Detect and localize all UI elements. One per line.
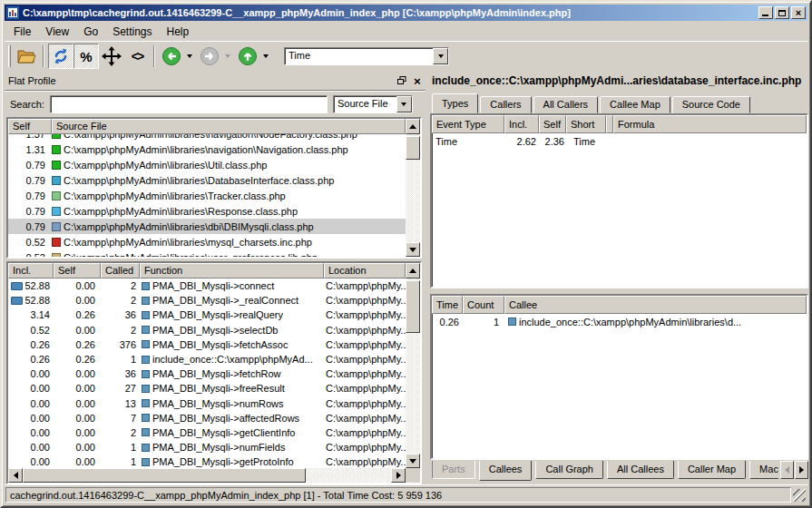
scroll-up-button[interactable] (406, 119, 420, 134)
menu-file[interactable]: File (8, 24, 36, 40)
file-color-icon (52, 191, 61, 200)
group-selector[interactable]: Source File (333, 95, 413, 113)
self-cost-cell: 0.79 (8, 160, 50, 171)
combo-arrow-button[interactable] (433, 48, 448, 64)
self-cell: 0.00 (54, 398, 101, 409)
scroll-right-button[interactable] (391, 468, 406, 483)
column-header-count[interactable]: Count (463, 296, 504, 314)
expand-arrows-button[interactable] (99, 44, 124, 69)
horizontal-scrollbar[interactable] (8, 468, 406, 483)
menu-go[interactable]: Go (78, 24, 103, 40)
column-header-spacer (606, 115, 613, 133)
up-dropdown-icon[interactable] (263, 54, 269, 58)
column-header-short[interactable]: Short (566, 115, 606, 133)
tab-callees[interactable]: Callees (479, 461, 533, 481)
column-header-callee[interactable]: Callee (504, 296, 807, 314)
combo-arrow-button[interactable] (396, 96, 412, 112)
column-header-function[interactable]: Function (140, 263, 324, 278)
column-header-self[interactable]: Self (8, 119, 52, 134)
function-row[interactable]: 0.000.002PMA_DBI_Mysqli->getClientInfoC:… (8, 425, 406, 440)
column-header-self[interactable]: Self (54, 263, 101, 278)
column-header-formula[interactable]: Formula (613, 115, 807, 133)
types-table-header: Event Type Incl. Self Short Formula (432, 115, 807, 133)
back-dropdown-icon[interactable] (187, 54, 192, 58)
column-header-incl[interactable]: Incl. (504, 115, 539, 133)
tab-source-code[interactable]: Source Code (672, 96, 750, 113)
source-file-row[interactable]: 0.79C:\xampp\phpMyAdmin\libraries\dbi\DB… (8, 219, 406, 234)
dock-float-button[interactable] (396, 75, 408, 87)
scroll-down-button[interactable] (406, 242, 420, 257)
source-file-row[interactable]: 1.37C:\xampp\phpMyAdmin\libraries\naviga… (8, 134, 406, 142)
relative-cost-button[interactable]: <> (124, 44, 150, 69)
dock-close-button[interactable]: × (411, 75, 424, 87)
scrollbar-thumb[interactable] (23, 468, 306, 483)
title-bar[interactable]: C:\xampp\tmp\cachegrind.out.1416463299-C… (5, 5, 807, 21)
self-cell: 0.00 (54, 368, 101, 379)
event-type-selector[interactable]: Time (284, 47, 449, 65)
function-row[interactable]: 0.260.261include_once::C:\xampp\phpMyAd.… (8, 352, 406, 366)
tab-types[interactable]: Types (432, 93, 478, 113)
source-file-row[interactable]: 0.79C:\xampp\phpMyAdmin\libraries\Respon… (8, 203, 406, 219)
function-row[interactable]: 0.000.0013PMA_DBI_Mysqli->numRowsC:\xamp… (8, 396, 406, 411)
incl-cell: 0.00 (8, 413, 54, 424)
callee-row[interactable]: 0.26 1 include_once::C:\xampp\phpMyAdmin… (432, 314, 807, 329)
column-header-incl[interactable]: Incl. (8, 263, 54, 278)
tab-call-graph[interactable]: Call Graph (535, 461, 603, 479)
scroll-left-button[interactable] (8, 468, 23, 483)
tab-machine[interactable]: Machine (749, 461, 778, 479)
open-file-button[interactable] (14, 44, 39, 69)
source-file-row[interactable]: 0.52C:\xampp\phpMyAdmin\libraries\mysql_… (8, 234, 406, 249)
column-header-time[interactable]: Time (432, 296, 463, 314)
self-cell: 0.26 (54, 354, 101, 365)
scroll-up-button[interactable] (406, 263, 420, 278)
source-file-row[interactable]: 0.79C:\xampp\phpMyAdmin\libraries\Tracke… (8, 188, 406, 203)
column-header-event-type[interactable]: Event Type (432, 115, 504, 133)
menu-help[interactable]: Help (161, 24, 195, 40)
function-row[interactable]: 0.000.0036PMA_DBI_Mysqli->fetchRowC:\xam… (8, 366, 406, 381)
source-file-row[interactable]: 0.79C:\xampp\phpMyAdmin\libraries\Databa… (8, 172, 406, 188)
close-button[interactable]: × (791, 6, 806, 19)
function-row[interactable]: 52.880.002PMA_DBI_Mysqli->connectC:\xamp… (8, 278, 406, 293)
tab-caller-map[interactable]: Caller Map (678, 461, 746, 479)
maximize-button[interactable] (775, 6, 789, 19)
column-header-self[interactable]: Self (539, 115, 566, 133)
dock-header[interactable]: Flat Profile × (8, 73, 424, 89)
menu-settings[interactable]: Settings (107, 24, 157, 40)
vertical-scrollbar[interactable] (406, 278, 420, 454)
function-row[interactable]: 3.140.2636PMA_DBI_Mysqli->realQueryC:\xa… (8, 308, 406, 322)
source-file-row[interactable]: 0.79C:\xampp\phpMyAdmin\libraries\Util.c… (8, 157, 406, 172)
column-header-location[interactable]: Location (324, 263, 406, 278)
percent-toggle-button[interactable]: % (73, 44, 99, 69)
up-button[interactable] (235, 44, 260, 69)
function-row[interactable]: 0.000.001PMA_DBI_Mysqli->getProtoInfoC:\… (8, 454, 406, 468)
tab-scroll-right-button[interactable] (795, 461, 808, 479)
toolbar-handle[interactable] (8, 45, 11, 67)
menu-view[interactable]: View (40, 24, 74, 40)
back-button[interactable] (159, 44, 184, 69)
source-file-row[interactable]: 0.52C:\xampp\phpMyAdmin\libraries\user_p… (8, 249, 406, 257)
scrollbar-thumb[interactable] (406, 280, 420, 333)
vertical-scrollbar[interactable] (406, 134, 420, 242)
resize-grip[interactable] (793, 489, 806, 502)
search-input[interactable] (50, 95, 328, 113)
function-row[interactable]: 0.000.001PMA_DBI_Mysqli->numFieldsC:\xam… (8, 440, 406, 454)
column-header-called[interactable]: Called (101, 263, 140, 278)
tab-all-callees[interactable]: All Callees (607, 461, 674, 479)
function-row[interactable]: 0.260.26376PMA_DBI_Mysqli->fetchAssocC:\… (8, 337, 406, 352)
tab-all-callers[interactable]: All Callers (533, 96, 599, 113)
event-type-row[interactable]: Time 2.62 2.36 Time (432, 133, 807, 149)
source-file-row[interactable]: 1.31C:\xampp\phpMyAdmin\libraries\naviga… (8, 142, 406, 157)
scrollbar-thumb[interactable] (406, 136, 420, 160)
tab-callee-map[interactable]: Callee Map (600, 96, 670, 113)
tab-callers[interactable]: Callers (480, 96, 531, 113)
event-type-value: Time (285, 48, 433, 64)
function-row[interactable]: 0.000.0027PMA_DBI_Mysqli->freeResultC:\x… (8, 381, 406, 396)
scroll-down-button[interactable] (406, 454, 420, 468)
function-row[interactable]: 0.000.007PMA_DBI_Mysqli->affectedRowsC:\… (8, 411, 406, 425)
minimize-button[interactable] (758, 6, 773, 19)
called-cell: 36 (101, 368, 140, 379)
column-header-source-file[interactable]: Source File (52, 119, 406, 134)
function-row[interactable]: 52.880.002PMA_DBI_Mysqli->_realConnectC:… (8, 293, 406, 308)
reload-button[interactable] (48, 44, 73, 69)
function-row[interactable]: 0.520.002PMA_DBI_Mysqli->selectDbC:\xamp… (8, 323, 406, 337)
